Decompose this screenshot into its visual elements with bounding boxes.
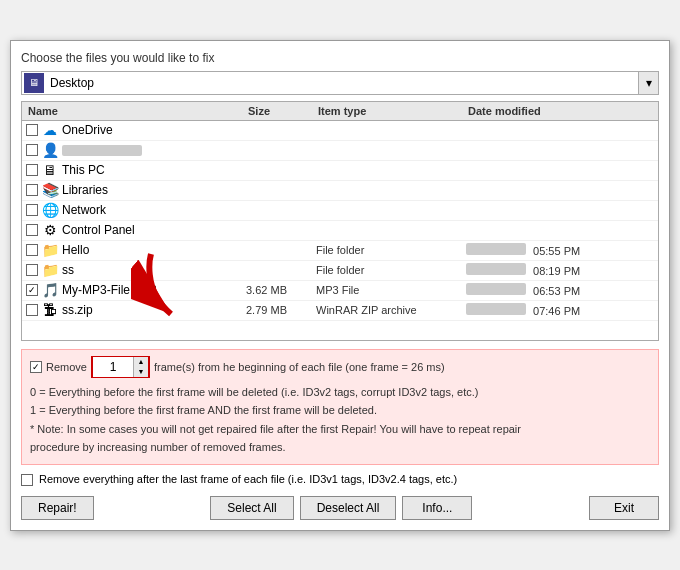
controlpanel-icon: ⚙ <box>42 222 58 238</box>
col-name: Name <box>26 104 246 118</box>
select-all-button[interactable]: Select All <box>210 496 293 520</box>
remove-row: Remove ▲ ▼ frame(s) from he beginning of… <box>30 356 650 378</box>
location-text: Desktop <box>46 76 638 90</box>
file-type: MP3 File <box>316 284 466 296</box>
info-line-3: * Note: In some cases you will not get r… <box>30 421 650 438</box>
location-bar: 🖥 Desktop ▾ <box>21 71 659 95</box>
col-date: Date modified <box>466 104 616 118</box>
file-name: Libraries <box>62 183 108 197</box>
file-size: 3.62 MB <box>246 284 316 296</box>
file-checkbox-libraries[interactable] <box>26 184 38 196</box>
file-date: 05:55 PM <box>466 243 616 257</box>
file-date: 08:19 PM <box>466 263 616 277</box>
file-name: ss.zip <box>62 303 93 317</box>
remove-checkbox[interactable] <box>30 361 42 373</box>
list-item: 👤 <box>22 141 658 161</box>
location-icon: 🖥 <box>24 73 44 93</box>
bottom-checkbox-row: Remove everything after the last frame o… <box>21 473 659 486</box>
file-name: Network <box>62 203 106 217</box>
main-dialog: Choose the files you would like to fix 🖥… <box>10 40 670 531</box>
exit-button[interactable]: Exit <box>589 496 659 520</box>
folder-icon: 📁 <box>42 242 58 258</box>
zip-icon: 🗜 <box>42 302 58 318</box>
mp3-icon: 🎵 <box>42 282 58 298</box>
list-item: 📁 Hello File folder 05:55 PM <box>22 241 658 261</box>
list-item: 🖥 This PC <box>22 161 658 181</box>
remove-suffix: frame(s) from he beginning of each file … <box>154 361 445 373</box>
info-section: Remove ▲ ▼ frame(s) from he beginning of… <box>21 349 659 465</box>
info-text: 0 = Everything before the first frame wi… <box>30 384 650 456</box>
bottom-checkbox[interactable] <box>21 474 33 486</box>
location-dropdown[interactable]: ▾ <box>638 72 658 94</box>
list-item: ☁ OneDrive <box>22 121 658 141</box>
info-line-1: 0 = Everything before the first frame wi… <box>30 384 650 401</box>
spinner-buttons: ▲ ▼ <box>133 357 148 377</box>
list-item: 📁 ss File folder 08:19 PM <box>22 261 658 281</box>
file-type: File folder <box>316 244 466 256</box>
file-date: 07:46 PM <box>466 303 616 317</box>
info-line-2: 1 = Everything before the first frame AN… <box>30 402 650 419</box>
spinner-down[interactable]: ▼ <box>134 367 148 377</box>
dialog-title: Choose the files you would like to fix <box>21 51 659 65</box>
list-item: 🎵 My-MP3-File.mp3 3.62 MB MP3 File 06:53… <box>22 281 658 301</box>
btn-group-center: Select All Deselect All Info... <box>210 496 472 520</box>
spinner-input[interactable]: ▲ ▼ <box>91 356 150 378</box>
info-button[interactable]: Info... <box>402 496 472 520</box>
file-checkbox-ss[interactable] <box>26 264 38 276</box>
file-checkbox-mp3[interactable] <box>26 284 38 296</box>
file-type: WinRAR ZIP archive <box>316 304 466 316</box>
info-line-4: procedure by increasing number of remove… <box>30 439 650 456</box>
col-size: Size <box>246 104 316 118</box>
file-name: ss <box>62 263 74 277</box>
network-icon: 🌐 <box>42 202 58 218</box>
spinner-up[interactable]: ▲ <box>134 357 148 367</box>
pc-icon: 🖥 <box>42 162 58 178</box>
file-name <box>62 145 142 156</box>
onedrive-icon: ☁ <box>42 122 58 138</box>
file-name: Control Panel <box>62 223 135 237</box>
deselect-all-button[interactable]: Deselect All <box>300 496 397 520</box>
file-checkbox-network[interactable] <box>26 204 38 216</box>
file-checkbox-controlpanel[interactable] <box>26 224 38 236</box>
repair-button[interactable]: Repair! <box>21 496 94 520</box>
file-date: 06:53 PM <box>466 283 616 297</box>
list-item: 📚 Libraries <box>22 181 658 201</box>
spinner-value[interactable] <box>93 357 133 377</box>
remove-label: Remove <box>46 361 87 373</box>
col-type: Item type <box>316 104 466 118</box>
file-checkbox-hello[interactable] <box>26 244 38 256</box>
file-name: Hello <box>62 243 89 257</box>
file-type: File folder <box>316 264 466 276</box>
file-name: This PC <box>62 163 105 177</box>
button-row: Repair! Select All Deselect All Info... … <box>21 496 659 520</box>
file-name: OneDrive <box>62 123 113 137</box>
file-checkbox-onedrive[interactable] <box>26 124 38 136</box>
file-size: 2.79 MB <box>246 304 316 316</box>
file-checkbox-thispc[interactable] <box>26 164 38 176</box>
bottom-checkbox-label: Remove everything after the last frame o… <box>39 473 457 485</box>
folder-icon: 📁 <box>42 262 58 278</box>
file-checkbox-user[interactable] <box>26 144 38 156</box>
list-item: 🗜 ss.zip 2.79 MB WinRAR ZIP archive 07:4… <box>22 301 658 321</box>
list-item: ⚙ Control Panel <box>22 221 658 241</box>
file-list-header: Name Size Item type Date modified <box>22 102 658 121</box>
file-name: My-MP3-File.mp3 <box>62 283 157 297</box>
libraries-icon: 📚 <box>42 182 58 198</box>
user-icon: 👤 <box>42 142 58 158</box>
list-item: 🌐 Network <box>22 201 658 221</box>
file-list: Name Size Item type Date modified ☁ OneD… <box>21 101 659 341</box>
file-checkbox-zip[interactable] <box>26 304 38 316</box>
